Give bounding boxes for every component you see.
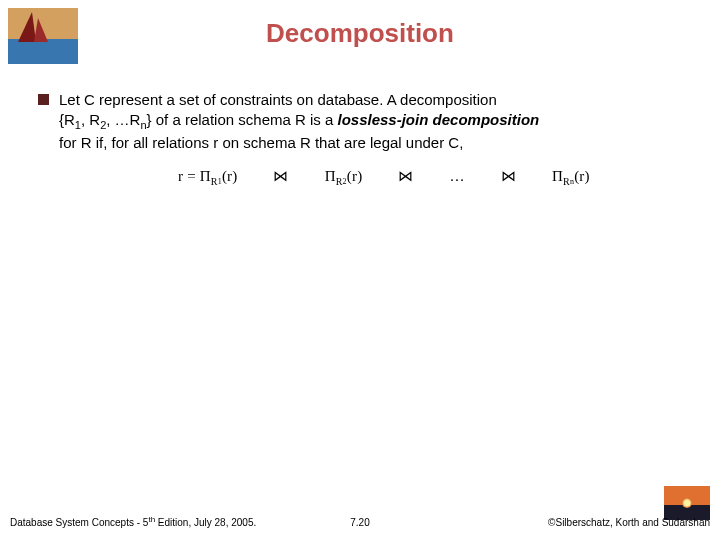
text-braces-close: } of a relation schema R is a xyxy=(147,111,338,128)
sail-shape-2 xyxy=(34,18,48,42)
text-line1: Let C represent a set of constraints on … xyxy=(59,91,497,108)
pi-n: Π xyxy=(552,168,563,184)
slide-footer: Database System Concepts - 5th Edition, … xyxy=(0,492,720,532)
ofr-1: (r) xyxy=(222,168,238,184)
slide-title: Decomposition xyxy=(0,0,720,49)
text-comma2: , …R xyxy=(106,111,140,128)
pi-2: Π xyxy=(325,168,336,184)
Rn-R: R xyxy=(563,176,570,187)
logo-sailboat-image xyxy=(8,8,78,64)
join-icon-2: ⋈ xyxy=(388,168,423,184)
ofr-2: (r) xyxy=(347,168,363,184)
footer-copyright: ©Silberschatz, Korth and Sudarshan xyxy=(548,517,710,528)
lossless-term: lossless-join decomposition xyxy=(338,111,540,128)
footer-page-number: 7.20 xyxy=(350,517,369,528)
r-equals: r = xyxy=(178,168,200,184)
formula-line: r = ΠR1(r)⋈ΠR2(r)⋈…⋈ΠRn(r) xyxy=(38,167,692,187)
ofr-n: (r) xyxy=(574,168,590,184)
bullet-square-icon xyxy=(38,94,49,105)
footer-left-b: Edition, July 28, 2005. xyxy=(155,517,256,528)
text-braces-open: {R xyxy=(59,111,75,128)
bullet-text: Let C represent a set of constraints on … xyxy=(59,90,539,153)
join-icon-3: ⋈ xyxy=(491,168,526,184)
pi-1: Π xyxy=(200,168,211,184)
R2-R: R xyxy=(336,176,343,187)
text-line3: for R if, for all relations r on schema … xyxy=(59,134,463,151)
footer-left-a: Database System Concepts - 5 xyxy=(10,517,148,528)
bullet-item: Let C represent a set of constraints on … xyxy=(38,90,692,153)
join-icon-1: ⋈ xyxy=(263,168,298,184)
text-comma1: , R xyxy=(81,111,100,128)
slide-content: Let C represent a set of constraints on … xyxy=(38,90,692,187)
footer-left: Database System Concepts - 5th Edition, … xyxy=(10,515,256,528)
dots: … xyxy=(450,168,465,184)
R1-R: R xyxy=(211,176,218,187)
